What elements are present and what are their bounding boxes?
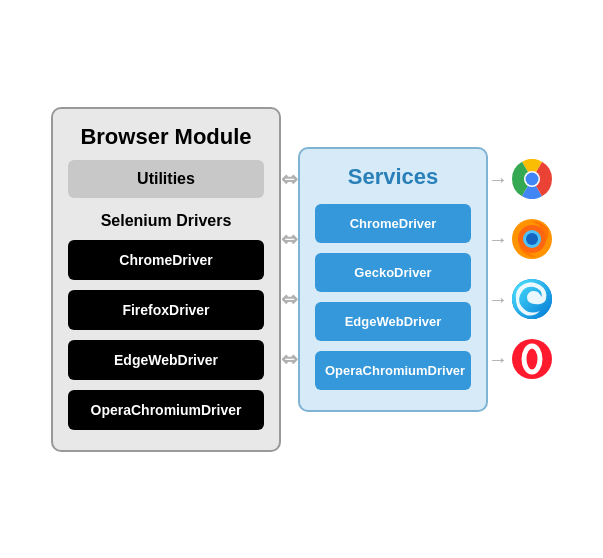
browser-module-title: Browser Module — [68, 124, 264, 150]
double-arrow-3: ⇔ — [281, 287, 298, 311]
left-arrows-col: ⇔ ⇔ ⇔ ⇔ — [281, 154, 298, 404]
selenium-drivers-title: Selenium Drivers — [68, 212, 264, 230]
driver-box-opera: OperaChromiumDriver — [68, 390, 264, 430]
services-title: Services — [315, 164, 471, 190]
svg-point-3 — [526, 173, 539, 186]
services-box: Services ChromeDriver GeckoDriver EdgeWe… — [298, 147, 488, 412]
service-btn-gecko: GeckoDriver — [315, 253, 471, 292]
right-arrow-edge: → — [488, 288, 508, 311]
opera-icon — [512, 339, 552, 379]
service-btn-chrome: ChromeDriver — [315, 204, 471, 243]
diagram: Browser Module Utilities Selenium Driver… — [31, 87, 572, 472]
icon-row-opera: → — [488, 334, 552, 384]
right-arrow-firefox: → — [488, 228, 508, 251]
svg-point-7 — [526, 233, 538, 245]
arrow-row-2: ⇔ — [281, 214, 298, 264]
double-arrow-1: ⇔ — [281, 167, 298, 191]
driver-box-firefox: FirefoxDriver — [68, 290, 264, 330]
service-btn-opera: OperaChromiumDriver — [315, 351, 471, 390]
right-col: → — [488, 154, 552, 404]
double-arrow-2: ⇔ — [281, 227, 298, 251]
edge-icon — [512, 279, 552, 319]
service-btn-edge: EdgeWebDriver — [315, 302, 471, 341]
right-arrow-chrome: → — [488, 168, 508, 191]
chrome-icon — [512, 159, 552, 199]
utilities-box: Utilities — [68, 160, 264, 198]
right-arrow-opera: → — [488, 348, 508, 371]
driver-box-chrome: ChromeDriver — [68, 240, 264, 280]
icon-row-firefox: → — [488, 214, 552, 264]
icon-row-edge: → — [488, 274, 552, 324]
driver-box-edge: EdgeWebDriver — [68, 340, 264, 380]
double-arrow-4: ⇔ — [281, 347, 298, 371]
arrow-row-4: ⇔ — [281, 334, 298, 384]
firefox-icon — [512, 219, 552, 259]
arrow-row-1: ⇔ — [281, 154, 298, 204]
browser-module-box: Browser Module Utilities Selenium Driver… — [51, 107, 281, 452]
icon-row-chrome: → — [488, 154, 552, 204]
arrow-row-3: ⇔ — [281, 274, 298, 324]
